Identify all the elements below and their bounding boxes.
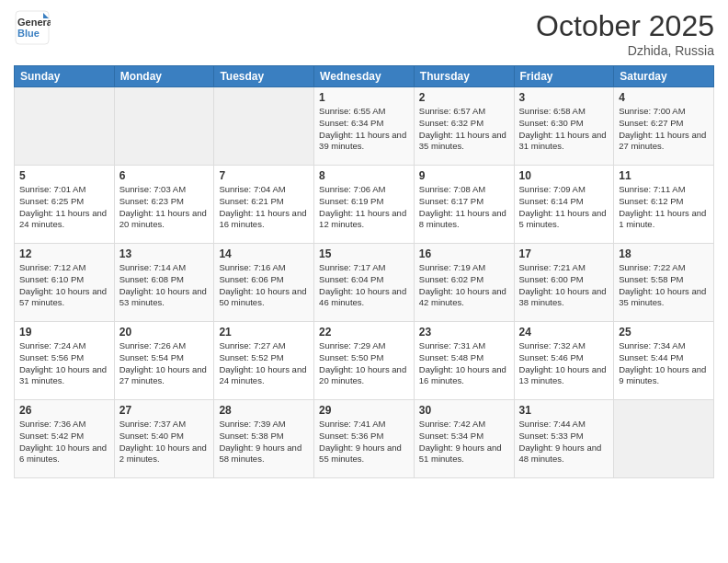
cell-info: Sunrise: 6:58 AMSunset: 6:30 PMDaylight:… xyxy=(519,106,609,153)
day-number: 5 xyxy=(19,169,109,182)
calendar-cell: 24Sunrise: 7:32 AMSunset: 5:46 PMDayligh… xyxy=(514,322,614,400)
cell-info: Sunrise: 6:57 AMSunset: 6:32 PMDaylight:… xyxy=(419,106,509,153)
cell-info: Sunrise: 7:34 AMSunset: 5:44 PMDaylight:… xyxy=(619,340,709,387)
day-number: 17 xyxy=(519,247,609,260)
weekday-header: Sunday xyxy=(15,66,115,87)
location: Dzhida, Russia xyxy=(536,43,714,58)
svg-text:Blue: Blue xyxy=(17,28,40,39)
calendar-cell: 12Sunrise: 7:12 AMSunset: 6:10 PMDayligh… xyxy=(15,244,115,322)
day-number: 19 xyxy=(19,326,109,339)
day-number: 8 xyxy=(319,169,409,182)
calendar-cell: 9Sunrise: 7:08 AMSunset: 6:17 PMDaylight… xyxy=(414,166,514,244)
calendar-cell: 6Sunrise: 7:03 AMSunset: 6:23 PMDaylight… xyxy=(114,166,214,244)
day-number: 12 xyxy=(19,247,109,260)
weekday-header: Tuesday xyxy=(214,66,314,87)
cell-info: Sunrise: 7:17 AMSunset: 6:04 PMDaylight:… xyxy=(319,262,409,309)
day-number: 16 xyxy=(419,247,509,260)
cell-info: Sunrise: 7:31 AMSunset: 5:48 PMDaylight:… xyxy=(419,340,509,387)
cell-info: Sunrise: 7:24 AMSunset: 5:56 PMDaylight:… xyxy=(19,340,109,387)
cell-info: Sunrise: 7:16 AMSunset: 6:06 PMDaylight:… xyxy=(219,262,309,309)
calendar-cell: 20Sunrise: 7:26 AMSunset: 5:54 PMDayligh… xyxy=(114,322,214,400)
calendar-cell: 25Sunrise: 7:34 AMSunset: 5:44 PMDayligh… xyxy=(614,322,714,400)
day-number: 6 xyxy=(119,169,210,182)
day-number: 24 xyxy=(519,326,609,339)
month-title: October 2025 xyxy=(536,9,714,43)
day-number: 15 xyxy=(319,247,409,260)
day-number: 26 xyxy=(19,404,109,417)
cell-info: Sunrise: 7:00 AMSunset: 6:27 PMDaylight:… xyxy=(619,106,709,153)
day-number: 2 xyxy=(419,91,509,104)
cell-info: Sunrise: 7:11 AMSunset: 6:12 PMDaylight:… xyxy=(619,184,709,231)
day-number: 18 xyxy=(619,247,709,260)
cell-info: Sunrise: 7:44 AMSunset: 5:33 PMDaylight:… xyxy=(519,419,609,465)
weekday-header-row: SundayMondayTuesdayWednesdayThursdayFrid… xyxy=(15,66,714,87)
calendar-cell: 8Sunrise: 7:06 AMSunset: 6:19 PMDaylight… xyxy=(314,166,415,244)
day-number: 1 xyxy=(319,91,409,104)
calendar-cell: 10Sunrise: 7:09 AMSunset: 6:14 PMDayligh… xyxy=(514,166,614,244)
day-number: 7 xyxy=(219,169,309,182)
day-number: 3 xyxy=(519,91,609,104)
day-number: 4 xyxy=(619,91,709,104)
cell-info: Sunrise: 7:37 AMSunset: 5:40 PMDaylight:… xyxy=(119,419,210,465)
calendar-week-row: 12Sunrise: 7:12 AMSunset: 6:10 PMDayligh… xyxy=(15,244,714,322)
cell-info: Sunrise: 7:27 AMSunset: 5:52 PMDaylight:… xyxy=(219,340,309,387)
day-number: 29 xyxy=(319,404,409,417)
calendar-week-row: 5Sunrise: 7:01 AMSunset: 6:25 PMDaylight… xyxy=(15,166,714,244)
calendar-cell: 17Sunrise: 7:21 AMSunset: 6:00 PMDayligh… xyxy=(514,244,614,322)
day-number: 13 xyxy=(119,247,210,260)
calendar-cell: 1Sunrise: 6:55 AMSunset: 6:34 PMDaylight… xyxy=(314,87,415,166)
calendar-cell: 14Sunrise: 7:16 AMSunset: 6:06 PMDayligh… xyxy=(214,244,314,322)
weekday-header: Thursday xyxy=(414,66,514,87)
cell-info: Sunrise: 7:29 AMSunset: 5:50 PMDaylight:… xyxy=(319,340,409,387)
weekday-header: Friday xyxy=(514,66,614,87)
weekday-header: Monday xyxy=(114,66,214,87)
cell-info: Sunrise: 7:42 AMSunset: 5:34 PMDaylight:… xyxy=(419,419,509,465)
calendar-cell: 31Sunrise: 7:44 AMSunset: 5:33 PMDayligh… xyxy=(514,400,614,478)
weekday-header: Saturday xyxy=(614,66,714,87)
day-number: 30 xyxy=(419,404,509,417)
weekday-header: Wednesday xyxy=(314,66,415,87)
day-number: 20 xyxy=(119,326,210,339)
day-number: 21 xyxy=(219,326,309,339)
calendar-container: General Blue October 2025 Dzhida, Russia… xyxy=(0,0,728,563)
calendar-cell: 26Sunrise: 7:36 AMSunset: 5:42 PMDayligh… xyxy=(15,400,115,478)
cell-info: Sunrise: 7:21 AMSunset: 6:00 PMDaylight:… xyxy=(519,262,609,309)
cell-info: Sunrise: 7:04 AMSunset: 6:21 PMDaylight:… xyxy=(219,184,309,231)
calendar-cell: 2Sunrise: 6:57 AMSunset: 6:32 PMDaylight… xyxy=(414,87,514,166)
day-number: 11 xyxy=(619,169,709,182)
calendar-cell: 7Sunrise: 7:04 AMSunset: 6:21 PMDaylight… xyxy=(214,166,314,244)
calendar-cell: 11Sunrise: 7:11 AMSunset: 6:12 PMDayligh… xyxy=(614,166,714,244)
cell-info: Sunrise: 6:55 AMSunset: 6:34 PMDaylight:… xyxy=(319,106,409,153)
calendar-week-row: 1Sunrise: 6:55 AMSunset: 6:34 PMDaylight… xyxy=(15,87,714,166)
cell-info: Sunrise: 7:09 AMSunset: 6:14 PMDaylight:… xyxy=(519,184,609,231)
day-number: 10 xyxy=(519,169,609,182)
cell-info: Sunrise: 7:06 AMSunset: 6:19 PMDaylight:… xyxy=(319,184,409,231)
cell-info: Sunrise: 7:14 AMSunset: 6:08 PMDaylight:… xyxy=(119,262,210,309)
cell-info: Sunrise: 7:03 AMSunset: 6:23 PMDaylight:… xyxy=(119,184,210,231)
logo: General Blue xyxy=(14,9,51,46)
day-number: 28 xyxy=(219,404,309,417)
calendar-cell: 4Sunrise: 7:00 AMSunset: 6:27 PMDaylight… xyxy=(614,87,714,166)
calendar-cell: 28Sunrise: 7:39 AMSunset: 5:38 PMDayligh… xyxy=(214,400,314,478)
calendar-cell xyxy=(614,400,714,478)
cell-info: Sunrise: 7:19 AMSunset: 6:02 PMDaylight:… xyxy=(419,262,509,309)
cell-info: Sunrise: 7:41 AMSunset: 5:36 PMDaylight:… xyxy=(319,419,409,465)
day-number: 27 xyxy=(119,404,210,417)
calendar-cell: 15Sunrise: 7:17 AMSunset: 6:04 PMDayligh… xyxy=(314,244,415,322)
calendar-cell xyxy=(214,87,314,166)
calendar-cell xyxy=(15,87,115,166)
day-number: 25 xyxy=(619,326,709,339)
cell-info: Sunrise: 7:22 AMSunset: 5:58 PMDaylight:… xyxy=(619,262,709,309)
day-number: 14 xyxy=(219,247,309,260)
cell-info: Sunrise: 7:36 AMSunset: 5:42 PMDaylight:… xyxy=(19,419,109,465)
day-number: 22 xyxy=(319,326,409,339)
header: General Blue October 2025 Dzhida, Russia xyxy=(14,9,714,58)
day-number: 23 xyxy=(419,326,509,339)
calendar-cell: 22Sunrise: 7:29 AMSunset: 5:50 PMDayligh… xyxy=(314,322,415,400)
title-area: October 2025 Dzhida, Russia xyxy=(536,9,714,58)
day-number: 9 xyxy=(419,169,509,182)
calendar-cell: 5Sunrise: 7:01 AMSunset: 6:25 PMDaylight… xyxy=(15,166,115,244)
cell-info: Sunrise: 7:32 AMSunset: 5:46 PMDaylight:… xyxy=(519,340,609,387)
calendar-cell: 3Sunrise: 6:58 AMSunset: 6:30 PMDaylight… xyxy=(514,87,614,166)
calendar-cell: 30Sunrise: 7:42 AMSunset: 5:34 PMDayligh… xyxy=(414,400,514,478)
